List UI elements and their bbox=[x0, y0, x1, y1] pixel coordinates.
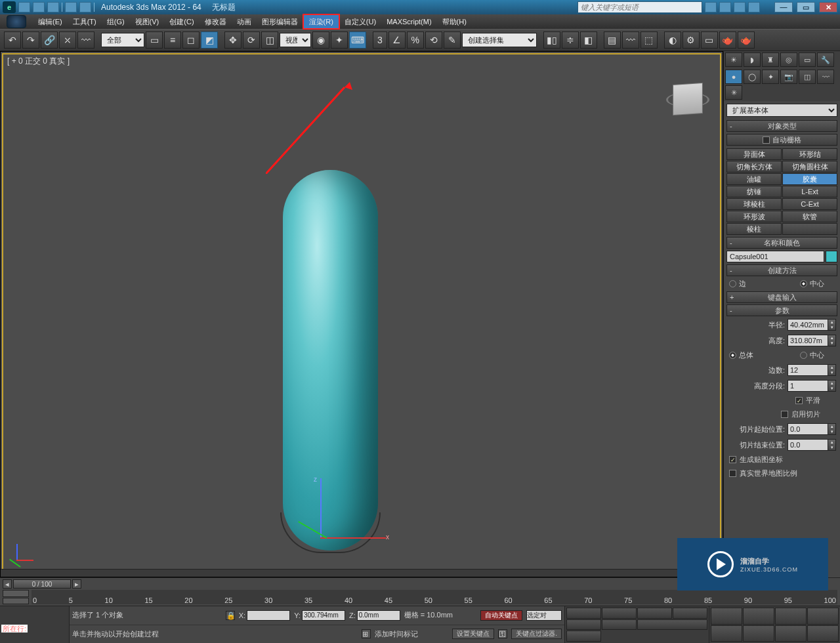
create-C-Ext[interactable]: C-Ext bbox=[782, 198, 837, 210]
tab-hierarchy-icon[interactable]: ♜ bbox=[762, 52, 779, 67]
lock-selection-icon[interactable]: 🔒 bbox=[226, 611, 235, 620]
time-slider-handle[interactable]: 0 / 100 bbox=[13, 579, 71, 589]
track-bar[interactable]: 0510152025303540455055606570758085909510… bbox=[32, 590, 837, 604]
qat-new-icon[interactable] bbox=[18, 2, 30, 12]
select-region-rect-icon[interactable]: ◻ bbox=[182, 31, 200, 49]
viewcube[interactable] bbox=[666, 78, 709, 121]
radio-centers[interactable] bbox=[800, 352, 807, 359]
edit-named-sel-icon[interactable]: ✎ bbox=[444, 31, 461, 49]
ref-coord-system[interactable]: 视图 bbox=[280, 33, 311, 47]
window-crossing-icon[interactable]: ◩ bbox=[201, 31, 218, 49]
maximize-button[interactable]: ▭ bbox=[797, 2, 815, 12]
real-world-checkbox[interactable] bbox=[729, 470, 736, 477]
mirror-icon[interactable]: ▮▯ bbox=[543, 31, 560, 49]
menu-e[interactable]: 编辑(E) bbox=[33, 14, 68, 29]
cat-spacewarps-icon[interactable]: 〰 bbox=[817, 70, 834, 84]
play-icon[interactable] bbox=[637, 608, 672, 619]
slice-from-spinner[interactable]: ▴▾ bbox=[828, 423, 836, 435]
current-frame-input[interactable] bbox=[637, 619, 707, 631]
slice-on-checkbox[interactable] bbox=[781, 411, 788, 418]
create-软管[interactable]: 软管 bbox=[782, 211, 837, 222]
coord-y-input[interactable] bbox=[302, 610, 345, 621]
object-name-input[interactable] bbox=[726, 251, 824, 262]
tab-motion-icon[interactable]: ◎ bbox=[780, 52, 797, 67]
rollout-name-color[interactable]: -名称和颜色 bbox=[726, 237, 837, 249]
cat-lights-icon[interactable]: ✦ bbox=[762, 70, 779, 84]
percent-snap-icon[interactable]: % bbox=[407, 31, 424, 49]
create-油罐[interactable]: 油罐 bbox=[726, 173, 782, 185]
use-pivot-center-icon[interactable]: ◉ bbox=[312, 31, 329, 49]
height-seg-input[interactable] bbox=[788, 380, 828, 392]
rotate-icon[interactable]: ⟳ bbox=[243, 31, 260, 49]
spinner-snap-icon[interactable]: ⟲ bbox=[425, 31, 442, 49]
menu-[interactable]: 图形编辑器 bbox=[257, 14, 303, 29]
tab-modify-icon[interactable]: ◗ bbox=[744, 52, 761, 67]
time-config-icon[interactable] bbox=[566, 631, 601, 642]
orbit-icon[interactable] bbox=[775, 625, 807, 642]
named-selection-set[interactable]: 创建选择集 bbox=[462, 33, 537, 47]
viewport-hscroll[interactable] bbox=[1, 569, 723, 577]
menu-t[interactable]: 工具(T) bbox=[68, 14, 102, 29]
isolate-icon[interactable]: ⊞ bbox=[362, 629, 371, 638]
create-L-Ext[interactable]: L-Ext bbox=[782, 186, 837, 197]
coord-x-input[interactable] bbox=[247, 610, 290, 621]
menu-r[interactable]: 渲染(R) bbox=[303, 14, 339, 29]
menu-u[interactable]: 自定义(U) bbox=[339, 14, 381, 29]
search-icon[interactable] bbox=[705, 2, 717, 12]
menu-g[interactable]: 组(G) bbox=[102, 14, 130, 29]
help-icon[interactable] bbox=[748, 2, 760, 12]
prev-frame-icon[interactable] bbox=[602, 608, 637, 619]
link-icon[interactable]: 🔗 bbox=[41, 31, 58, 49]
rollout-parameters[interactable]: -参数 bbox=[726, 304, 837, 316]
time-tag-label[interactable]: 添加时间标记 bbox=[375, 629, 418, 639]
bind-space-warp-icon[interactable]: 〰 bbox=[77, 31, 94, 49]
cat-geometry-icon[interactable]: ● bbox=[725, 70, 742, 84]
sides-input[interactable] bbox=[788, 364, 828, 376]
cat-systems-icon[interactable]: ✳ bbox=[725, 85, 742, 100]
redo-icon[interactable]: ↷ bbox=[22, 31, 39, 49]
radius-input[interactable] bbox=[788, 319, 828, 331]
create-环形结[interactable]: 环形结 bbox=[782, 148, 837, 160]
gen-map-coords-checkbox[interactable] bbox=[729, 456, 736, 463]
help-search[interactable] bbox=[578, 1, 702, 13]
coord-z-input[interactable] bbox=[357, 610, 400, 621]
height-spinner[interactable]: ▴▾ bbox=[828, 335, 836, 346]
create-切角长方体[interactable]: 切角长方体 bbox=[726, 161, 782, 173]
goto-start-icon[interactable] bbox=[566, 608, 601, 619]
curve-editor-icon[interactable]: 〰 bbox=[622, 31, 639, 49]
angle-snap-icon[interactable]: ∠ bbox=[388, 31, 406, 49]
key-filters-button[interactable]: 关键点过滤器. bbox=[511, 629, 562, 639]
slice-to-input[interactable] bbox=[788, 439, 828, 451]
zoom-extents-icon[interactable] bbox=[775, 608, 807, 625]
pan-icon[interactable] bbox=[743, 625, 774, 642]
radio-center[interactable] bbox=[800, 280, 807, 287]
key-mode-icon[interactable]: ⚿ bbox=[498, 629, 507, 638]
slice-to-spinner[interactable]: ▴▾ bbox=[828, 439, 836, 451]
snap-toggle-3d[interactable]: 3 bbox=[373, 31, 387, 49]
create-胶囊[interactable]: 胶囊 bbox=[782, 173, 837, 185]
render-setup-icon[interactable]: ⚙ bbox=[682, 31, 700, 49]
keyboard-shortcut-icon[interactable]: ⌨ bbox=[349, 31, 366, 49]
align-icon[interactable]: ≑ bbox=[562, 31, 579, 49]
graphite-toggle-icon[interactable]: ▤ bbox=[604, 31, 621, 49]
height-input[interactable] bbox=[788, 335, 828, 346]
menu-h[interactable]: 帮助(H) bbox=[437, 14, 472, 29]
scale-icon[interactable]: ◫ bbox=[261, 31, 278, 49]
time-prev-icon[interactable]: ◂ bbox=[3, 579, 12, 589]
comm-center-icon[interactable] bbox=[719, 2, 731, 12]
render-iterative-icon[interactable]: 🫖 bbox=[738, 31, 755, 49]
viewport[interactable]: [ + 0 正交 0 真实 ] z x bbox=[0, 51, 723, 577]
favorites-icon[interactable] bbox=[734, 2, 746, 12]
next-frame-icon[interactable] bbox=[673, 608, 707, 619]
zoom-all-icon[interactable] bbox=[743, 608, 774, 625]
move-icon[interactable]: ✥ bbox=[224, 31, 242, 49]
menu-maxscriptm[interactable]: MAXScript(M) bbox=[381, 14, 436, 29]
application-button[interactable] bbox=[7, 15, 26, 28]
radio-overall[interactable] bbox=[729, 352, 736, 359]
rollout-keyboard-entry[interactable]: +键盘输入 bbox=[726, 291, 837, 303]
create-棱柱[interactable]: 棱柱 bbox=[726, 223, 782, 235]
unlink-icon[interactable]: ⤫ bbox=[59, 31, 76, 49]
select-object-icon[interactable]: ▭ bbox=[146, 31, 163, 49]
create-纺锤[interactable]: 纺锤 bbox=[726, 186, 782, 197]
qat-redo-icon[interactable] bbox=[79, 2, 91, 12]
